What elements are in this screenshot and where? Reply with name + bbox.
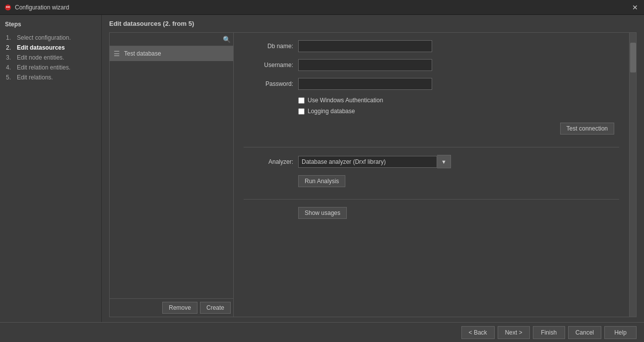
step-number-2: 2.: [6, 44, 15, 51]
test-connection-container: Test connection: [244, 123, 619, 135]
bottom-bar: < Back Next > Finish Cancel Help: [0, 322, 644, 342]
main-layout: Steps 1. Select configuration. 2. Edit d…: [0, 15, 644, 322]
title-bar: Configuration wizard ✕: [0, 0, 644, 15]
close-button[interactable]: ✕: [630, 2, 640, 12]
logging-db-label: Logging database: [308, 108, 355, 115]
run-analysis-button[interactable]: Run Analysis: [298, 175, 345, 187]
datasource-item[interactable]: ☰ Test database: [110, 46, 233, 61]
sidebar-item-edit-relation-entities[interactable]: 4. Edit relation entities.: [5, 63, 96, 72]
content-area: Edit datasources (2. from 5) 🔍 ☰ Test da…: [102, 15, 644, 322]
svg-point-1: [6, 6, 8, 7]
analyzer-label: Analyzer:: [244, 158, 293, 165]
sidebar-item-edit-node-entities[interactable]: 3. Edit node entities.: [5, 53, 96, 63]
next-button[interactable]: Next >: [498, 326, 530, 339]
analyzer-select[interactable]: Database analyzer (Drxf library): [298, 156, 437, 168]
form-divider-2: [244, 199, 619, 200]
step-number-3: 3.: [6, 54, 15, 61]
help-button[interactable]: Help: [604, 326, 637, 339]
password-row: Password:: [244, 78, 619, 90]
remove-button[interactable]: Remove: [162, 302, 197, 314]
db-name-row: Db name:: [244, 40, 619, 52]
run-analysis-container: Run Analysis: [298, 175, 619, 187]
windows-auth-row: Use Windows Authentication: [298, 97, 619, 104]
username-input[interactable]: [298, 59, 432, 71]
analyzer-row: Analyzer: Database analyzer (Drxf librar…: [244, 155, 619, 168]
search-icon[interactable]: 🔍: [223, 36, 231, 43]
scrollbar-thumb[interactable]: [630, 43, 636, 72]
step-number-4: 4.: [6, 64, 15, 71]
step-number-1: 1.: [6, 34, 15, 41]
test-connection-button[interactable]: Test connection: [560, 123, 614, 135]
sidebar-item-edit-datasources[interactable]: 2. Edit datasources: [5, 43, 96, 53]
svg-point-0: [5, 4, 11, 10]
list-pane: 🔍 ☰ Test database Remove Create: [110, 33, 234, 317]
steps-title: Steps: [5, 21, 96, 28]
step-label-4: Edit relation entities.: [17, 64, 70, 71]
svg-point-2: [8, 6, 10, 7]
sidebar-item-select-config[interactable]: 1. Select configuration.: [5, 33, 96, 43]
windows-auth-checkbox[interactable]: [298, 97, 305, 104]
form-divider: [244, 147, 619, 147]
search-bar: 🔍: [110, 33, 233, 46]
logging-db-checkbox[interactable]: [298, 108, 305, 115]
step-label-2: Edit datasources: [17, 44, 65, 51]
page-title: Edit datasources (2. from 5): [109, 20, 637, 27]
windows-auth-label: Use Windows Authentication: [308, 97, 383, 104]
logging-db-row: Logging database: [298, 108, 619, 115]
db-name-input[interactable]: [298, 40, 432, 52]
back-button[interactable]: < Back: [461, 326, 495, 339]
username-label: Username:: [244, 62, 293, 68]
datasource-item-label: Test database: [124, 50, 161, 57]
analyzer-dropdown-arrow[interactable]: ▼: [437, 155, 451, 168]
show-usages-button[interactable]: Show usages: [298, 207, 347, 219]
show-usages-container: Show usages: [298, 207, 619, 219]
sidebar: Steps 1. Select configuration. 2. Edit d…: [0, 15, 102, 322]
content-panel: 🔍 ☰ Test database Remove Create Db name:: [109, 32, 637, 317]
finish-button[interactable]: Finish: [533, 326, 565, 339]
step-label-5: Edit relations.: [17, 74, 53, 81]
step-label-3: Edit node entities.: [17, 54, 64, 61]
password-input[interactable]: [298, 78, 432, 90]
step-label-1: Select configuration.: [17, 34, 71, 41]
create-button[interactable]: Create: [200, 302, 231, 314]
analyzer-select-container: Database analyzer (Drxf library) ▼: [298, 155, 451, 168]
datasource-item-icon: ☰: [114, 50, 120, 58]
scrollbar[interactable]: [629, 33, 636, 317]
search-input[interactable]: [112, 34, 223, 44]
username-row: Username:: [244, 59, 619, 71]
form-pane: Db name: Username: Password: Use Windows…: [234, 33, 629, 317]
list-buttons: Remove Create: [110, 298, 233, 317]
cancel-button[interactable]: Cancel: [568, 326, 601, 339]
window-title: Configuration wizard: [15, 4, 630, 11]
app-icon: [4, 3, 12, 11]
step-number-5: 5.: [6, 74, 15, 81]
datasource-list: ☰ Test database: [110, 46, 233, 298]
db-name-label: Db name:: [244, 43, 293, 50]
sidebar-item-edit-relations[interactable]: 5. Edit relations.: [5, 72, 96, 82]
password-label: Password:: [244, 80, 293, 87]
